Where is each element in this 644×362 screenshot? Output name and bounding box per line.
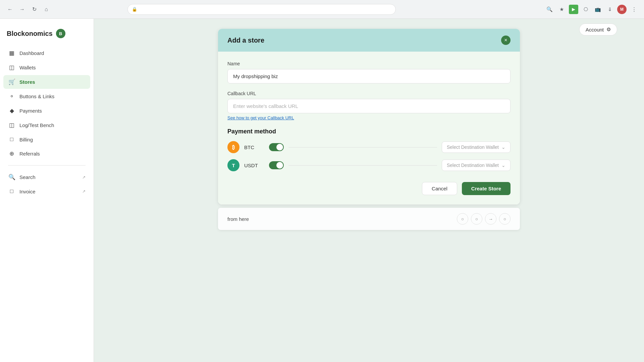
name-input[interactable] bbox=[227, 69, 511, 83]
usdt-divider bbox=[288, 165, 437, 166]
account-button[interactable]: Account ⚙ bbox=[579, 23, 617, 36]
refresh-button[interactable]: ↻ bbox=[30, 5, 39, 14]
callback-url-label: Callback URL bbox=[227, 91, 511, 96]
extension-icon[interactable]: ▶ bbox=[569, 5, 578, 14]
btc-toggle[interactable] bbox=[269, 143, 284, 151]
modal-body: Name Callback URL See how to get your Ca… bbox=[218, 52, 520, 204]
name-label: Name bbox=[227, 61, 511, 66]
payment-method-group: Payment method ₿ BTC Select Destination … bbox=[227, 128, 511, 171]
usdt-wallet-select[interactable]: Select Destination Wallet ⌄ bbox=[442, 160, 511, 171]
btc-wallet-chevron-icon: ⌄ bbox=[501, 144, 505, 150]
btc-wallet-select[interactable]: Select Destination Wallet ⌄ bbox=[442, 141, 511, 153]
search-icon: 🔍 bbox=[8, 174, 15, 181]
sidebar-item-label: Log/Test Bench bbox=[19, 122, 54, 128]
browser-actions: 🔍 ★ ▶ ⎔ 📺 ⇓ M ⋮ bbox=[545, 5, 639, 14]
payments-icon: ◆ bbox=[8, 107, 15, 114]
sidebar-item-dashboard[interactable]: ▦ Dashboard bbox=[3, 46, 90, 60]
usdt-wallet-placeholder: Select Destination Wallet bbox=[447, 163, 499, 168]
home-button[interactable]: ⌂ bbox=[42, 5, 51, 14]
external-link-icon: ↗ bbox=[82, 175, 86, 180]
bottom-actions: ○ ○ → ○ bbox=[457, 213, 511, 225]
sidebar-item-wallets[interactable]: ◫ Wallets bbox=[3, 61, 90, 74]
account-gear-icon: ⚙ bbox=[606, 26, 611, 33]
sidebar-item-label: Payments bbox=[19, 108, 42, 114]
billing-icon: □ bbox=[8, 136, 15, 143]
usdt-label: USDT bbox=[244, 163, 264, 168]
sidebar-item-label: Invoice bbox=[19, 189, 36, 194]
app-container: Blockonomics B ▦ Dashboard ◫ Wallets 🛒 S… bbox=[0, 19, 644, 362]
btc-icon: ₿ bbox=[227, 141, 239, 153]
callback-link[interactable]: See how to get your Callback URL bbox=[227, 115, 294, 120]
usdt-toggle[interactable] bbox=[269, 161, 284, 169]
sidebar-item-label: Search bbox=[19, 174, 36, 180]
sidebar-item-search[interactable]: 🔍 Search ↗ bbox=[3, 170, 90, 184]
modal-header: Add a store × bbox=[218, 29, 520, 52]
screen-icon[interactable]: 📺 bbox=[593, 5, 602, 14]
nav-buttons: ← → ↻ ⌂ bbox=[5, 5, 51, 14]
sidebar-item-log-test-bench[interactable]: ◫ Log/Test Bench bbox=[3, 118, 90, 132]
sidebar-item-payments[interactable]: ◆ Payments bbox=[3, 104, 90, 118]
modal-footer: Cancel Create Store bbox=[227, 179, 511, 195]
callback-url-input[interactable] bbox=[227, 99, 511, 113]
url-input[interactable]: blockonomics.co/dashboard#/store bbox=[140, 7, 391, 12]
download-icon[interactable]: ⇓ bbox=[605, 5, 614, 14]
buttons-links-icon: ⚬ bbox=[8, 93, 15, 100]
sidebar-item-billing[interactable]: □ Billing bbox=[3, 133, 90, 146]
logo-area: Blockonomics B bbox=[0, 25, 94, 46]
nav-items: ▦ Dashboard ◫ Wallets 🛒 Stores ⚬ Buttons… bbox=[0, 46, 94, 355]
sidebar-item-referrals[interactable]: ⊕ Referrals bbox=[3, 147, 90, 161]
bottom-action-btn-2[interactable]: ○ bbox=[471, 213, 482, 225]
close-icon: × bbox=[504, 37, 507, 43]
add-store-modal: Add a store × Name Callback URL See how … bbox=[218, 29, 520, 204]
sidebar: Blockonomics B ▦ Dashboard ◫ Wallets 🛒 S… bbox=[0, 19, 94, 362]
sidebar-item-stores[interactable]: 🛒 Stores bbox=[3, 75, 90, 89]
create-store-button[interactable]: Create Store bbox=[462, 182, 511, 195]
account-label: Account bbox=[586, 27, 604, 33]
share-icon[interactable]: ⎔ bbox=[581, 5, 590, 14]
menu-icon[interactable]: ⋮ bbox=[629, 5, 639, 14]
sidebar-item-label: Stores bbox=[19, 79, 35, 85]
lock-icon: 🔒 bbox=[132, 7, 137, 12]
cancel-button[interactable]: Cancel bbox=[422, 182, 457, 195]
btc-wallet-placeholder: Select Destination Wallet bbox=[447, 144, 499, 150]
search-browser-icon[interactable]: 🔍 bbox=[545, 5, 554, 14]
address-bar[interactable]: 🔒 blockonomics.co/dashboard#/store bbox=[127, 4, 396, 15]
bottom-action-btn-4[interactable]: ○ bbox=[499, 213, 511, 225]
browser-chrome: ← → ↻ ⌂ 🔒 blockonomics.co/dashboard#/sto… bbox=[0, 0, 644, 19]
modal-close-button[interactable]: × bbox=[501, 36, 511, 45]
back-button[interactable]: ← bbox=[5, 5, 15, 14]
referrals-icon: ⊕ bbox=[8, 150, 15, 157]
btc-payment-row: ₿ BTC Select Destination Wallet ⌄ bbox=[227, 141, 511, 153]
profile-button[interactable]: M bbox=[617, 5, 627, 14]
forward-button[interactable]: → bbox=[17, 5, 27, 14]
logo-text: Blockonomics bbox=[7, 30, 53, 38]
usdt-wallet-chevron-icon: ⌄ bbox=[501, 163, 505, 168]
payment-method-title: Payment method bbox=[227, 128, 511, 135]
btc-label: BTC bbox=[244, 144, 264, 150]
logo-badge: B bbox=[56, 29, 65, 38]
name-field-group: Name bbox=[227, 61, 511, 83]
wallets-icon: ◫ bbox=[8, 64, 15, 71]
usdt-icon: T bbox=[227, 159, 239, 171]
sidebar-item-invoice[interactable]: □ Invoice ↗ bbox=[3, 185, 90, 198]
sidebar-item-label: Buttons & Links bbox=[19, 94, 54, 99]
sidebar-item-label: Dashboard bbox=[19, 50, 44, 56]
log-icon: ◫ bbox=[8, 122, 15, 129]
main-content: Account ⚙ Add a store × Name bbox=[94, 19, 644, 362]
external-link-icon-2: ↗ bbox=[82, 189, 86, 194]
bottom-action-btn-3[interactable]: → bbox=[485, 213, 496, 225]
bookmark-icon[interactable]: ★ bbox=[557, 5, 566, 14]
bottom-card-text: from here bbox=[227, 216, 249, 222]
nav-divider bbox=[8, 165, 86, 166]
sidebar-item-label: Referrals bbox=[19, 151, 40, 157]
sidebar-item-label: Wallets bbox=[19, 65, 36, 70]
dashboard-icon: ▦ bbox=[8, 50, 15, 57]
bottom-partial-card: from here ○ ○ → ○ bbox=[218, 208, 520, 230]
invoice-icon: □ bbox=[8, 188, 15, 195]
sidebar-item-label: Billing bbox=[19, 137, 33, 142]
sidebar-item-buttons-links[interactable]: ⚬ Buttons & Links bbox=[3, 89, 90, 103]
bottom-action-btn-1[interactable]: ○ bbox=[457, 213, 468, 225]
callback-url-field-group: Callback URL See how to get your Callbac… bbox=[227, 91, 511, 121]
modal-title: Add a store bbox=[227, 37, 264, 44]
usdt-payment-row: T USDT Select Destination Wallet ⌄ bbox=[227, 159, 511, 171]
